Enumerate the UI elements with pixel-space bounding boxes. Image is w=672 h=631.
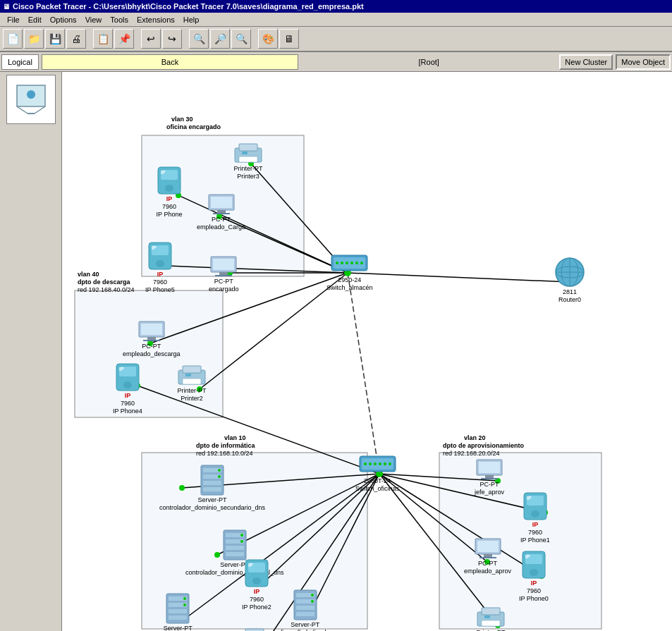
- phone0-label: IP 7960 IP Phone0: [519, 580, 549, 602]
- pc-carga-node[interactable]: PC-PT empleado_Carga: [197, 193, 245, 231]
- server-firewall-icon: [293, 589, 318, 621]
- phone0-node[interactable]: IP IP 7960 IP Phone0: [519, 550, 549, 602]
- toolbar: 📄 📁 💾 🖨 📋 📌 ↩ ↪ 🔍 🔎 🔍 🎨 🖥: [0, 27, 672, 52]
- printer0-node[interactable]: Printer-PT Printer0: [476, 606, 506, 631]
- cluster-vlan40-label2: dpto de descarga: [78, 278, 130, 286]
- phone5-icon: IP: [147, 241, 173, 271]
- svg-point-99: [123, 381, 132, 388]
- cluster-vlan40-label3: red 192.168.40.0/24: [78, 286, 135, 293]
- svg-point-62: [364, 462, 367, 465]
- menu-view[interactable]: View: [81, 16, 106, 24]
- phone-almacen-node[interactable]: IP IP 7960 IP Phone: [156, 166, 183, 218]
- svg-point-55: [341, 262, 343, 264]
- toolbar-open[interactable]: 📁: [24, 29, 44, 49]
- svg-rect-94: [141, 324, 162, 335]
- main-area: vlan 30 oficina encargado vlan 40 dpto d…: [0, 72, 672, 631]
- svg-point-121: [252, 577, 261, 584]
- pc-jefe-aprov-node[interactable]: PC-PT jefe_aprov: [475, 458, 504, 496]
- svg-point-59: [360, 262, 363, 264]
- svg-line-1: [17, 106, 28, 114]
- svg-line-15: [348, 273, 570, 282]
- phone1-node[interactable]: IP IP 7960 IP Phone1: [520, 491, 550, 544]
- pc-empleado-aprov-node[interactable]: PC-PT empleado_aprov: [464, 537, 511, 575]
- svg-rect-92: [215, 275, 232, 276]
- phone4-icon: IP: [114, 362, 141, 392]
- title-text: Cisco Packet Tracer - C:\Users\bhykt\Cis…: [13, 2, 364, 11]
- svg-line-12: [168, 266, 348, 273]
- server-dns-sec-node[interactable]: Server-PT controlador_dominio_secundario…: [159, 464, 265, 512]
- printer3-node[interactable]: Printer-PT Printer3: [233, 142, 263, 180]
- pc-empleado-aprov-label: PC-PT empleado_aprov: [464, 560, 511, 575]
- toolbar-zoom-in[interactable]: 🔍: [189, 29, 209, 49]
- svg-rect-83: [217, 210, 226, 213]
- toolbar-palette[interactable]: 🎨: [258, 29, 278, 49]
- menu-file[interactable]: File: [3, 16, 24, 24]
- nav-new-cluster-button[interactable]: New Cluster: [559, 54, 613, 70]
- pc-descarga-icon: [138, 320, 166, 343]
- server-firewall-node[interactable]: Server-PT firewall_dedicado: [281, 589, 330, 631]
- svg-text:IP: IP: [527, 496, 532, 501]
- nav-logical[interactable]: Logical: [1, 54, 39, 70]
- pc-descarga-label: PC-PT empleado_descarga: [123, 343, 181, 358]
- switch-almacen-label: 2950-24 Switch_almacén: [326, 276, 373, 292]
- server-dns-sec-icon: [200, 464, 225, 496]
- router0-node[interactable]: 2811 Router0: [552, 257, 587, 304]
- switch-oficinas-node[interactable]: 2950T-24 Switch_oficinas: [355, 453, 399, 493]
- pc-descarga-node[interactable]: PC-PT empleado_descarga: [123, 320, 181, 358]
- phone2-label: IP 7960 IP Phone2: [242, 588, 271, 611]
- svg-line-28: [379, 474, 542, 576]
- phone-almacen-label: IP 7960 IP Phone: [157, 195, 183, 218]
- svg-point-67: [389, 462, 391, 465]
- switch-almacen-node[interactable]: 2950-24 Switch_almacén: [326, 252, 373, 292]
- pc-encargado-node[interactable]: PC-PT encargado: [209, 255, 239, 293]
- phone2-node[interactable]: IP IP 7960 IP Phone2: [242, 558, 271, 611]
- menu-help[interactable]: Help: [179, 16, 204, 24]
- pc-empleado-aprov-icon: [474, 537, 502, 560]
- cluster-vlan10-label2: dpto de informática: [196, 442, 255, 449]
- toolbar-zoom-out[interactable]: 🔍: [231, 29, 251, 49]
- toolbar-undo[interactable]: ↩: [141, 29, 161, 49]
- toolbar-device[interactable]: 🖥: [279, 29, 299, 49]
- menu-options[interactable]: Options: [46, 16, 81, 24]
- nav-move-object-button[interactable]: Move Object: [616, 54, 671, 70]
- phone5-node[interactable]: IP IP 7960 IP Phone5: [145, 241, 175, 293]
- menu-extensions[interactable]: Extensions: [133, 16, 179, 24]
- menu-edit[interactable]: Edit: [24, 16, 46, 24]
- svg-rect-74: [239, 144, 257, 151]
- svg-point-118: [240, 540, 243, 543]
- pc-jefe-aprov-icon: [475, 458, 503, 481]
- router0-label: 2811 Router0: [558, 288, 581, 304]
- pc-encargado-icon: [209, 255, 238, 278]
- phone4-node[interactable]: IP IP 7960 IP Phone4: [113, 362, 142, 415]
- pc-jefe-aprov-label: PC-PT jefe_aprov: [475, 481, 504, 496]
- nav-back-button[interactable]: Back: [42, 54, 298, 70]
- svg-rect-116: [226, 552, 244, 556]
- svg-point-117: [240, 534, 243, 537]
- svg-rect-102: [183, 366, 201, 373]
- menu-tools[interactable]: Tools: [106, 16, 133, 24]
- printer1-node[interactable]: Printer-PT Printer1: [240, 627, 269, 631]
- toolbar-redo[interactable]: ↪: [162, 29, 182, 49]
- printer3-label: Printer-PT Printer3: [233, 165, 262, 180]
- canvas-area[interactable]: vlan 30 oficina encargado vlan 40 dpto d…: [62, 72, 672, 631]
- toolbar-paste[interactable]: 📌: [114, 29, 134, 49]
- svg-rect-108: [203, 481, 221, 485]
- printer2-node[interactable]: Printer-PT Printer2: [177, 364, 207, 403]
- svg-rect-144: [481, 478, 498, 479]
- svg-point-111: [218, 475, 221, 478]
- toolbar-new[interactable]: 📄: [3, 29, 23, 49]
- svg-text:IP: IP: [161, 170, 166, 175]
- server-ftp-node[interactable]: Server-PT servidor_ftp_mail: [154, 592, 202, 631]
- svg-text:IP: IP: [248, 563, 253, 568]
- toolbar-print[interactable]: 🖨: [66, 29, 86, 49]
- phone0-icon: IP: [520, 550, 547, 580]
- toolbar-copy[interactable]: 📋: [93, 29, 113, 49]
- svg-rect-134: [296, 612, 314, 616]
- toolbar-save[interactable]: 💾: [45, 29, 65, 49]
- svg-point-58: [355, 262, 358, 264]
- svg-point-57: [350, 262, 353, 264]
- printer3-icon: [233, 142, 263, 165]
- phone1-label: IP 7960 IP Phone1: [520, 521, 550, 544]
- pc-carga-label: PC-PT empleado_Carga: [197, 216, 245, 231]
- toolbar-zoom-reset[interactable]: 🔎: [210, 29, 230, 49]
